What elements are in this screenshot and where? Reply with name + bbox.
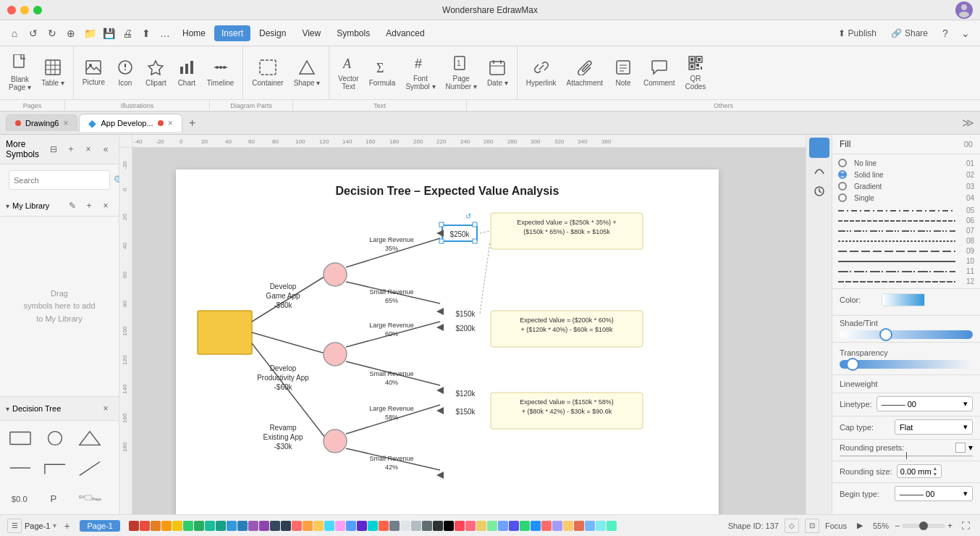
dt-shape-triangle[interactable] (75, 425, 104, 451)
line-panel-btn[interactable] (809, 159, 829, 180)
color-swatch[interactable] (237, 521, 248, 531)
color-swatch[interactable] (281, 521, 291, 531)
color-swatch[interactable] (400, 521, 410, 531)
shape-icon-btn[interactable]: ◇ (785, 519, 799, 533)
doc-tab-drawing6[interactable]: Drawing6 × (6, 114, 77, 131)
shape-button[interactable]: Shape ▾ (290, 56, 325, 90)
transparency-bar[interactable] (840, 360, 973, 369)
color-swatch[interactable] (270, 521, 280, 531)
print-btn[interactable]: 🖨 (119, 25, 136, 42)
redo-btn[interactable]: ↻ (43, 25, 61, 42)
rounding-size-input[interactable]: 0.00 mm ▲ ▼ (897, 464, 942, 478)
zoom-slider[interactable] (902, 524, 945, 528)
dt-shape-money[interactable]: $0.0 (6, 485, 35, 510)
search-input[interactable] (14, 176, 114, 185)
date-button[interactable]: Date ▾ (483, 56, 512, 90)
edit-library-icon[interactable]: ✎ (65, 198, 80, 213)
color-swatch[interactable] (487, 521, 497, 531)
close-active-tab-icon[interactable]: × (168, 118, 173, 128)
more-btn[interactable]: … (156, 25, 174, 42)
radio-gradient[interactable] (838, 182, 847, 190)
dt-shape-circle[interactable] (41, 425, 69, 451)
collapse-left-icon[interactable]: « (98, 142, 113, 156)
line-style-solid[interactable]: Solid line 02 (838, 169, 974, 180)
container-button[interactable]: Container (248, 56, 287, 90)
color-swatch[interactable] (444, 521, 454, 531)
line-type-06[interactable]: 06 (838, 217, 974, 225)
close-panel-icon[interactable]: × (81, 142, 96, 156)
color-swatch[interactable] (411, 521, 421, 531)
color-swatch[interactable] (129, 521, 139, 531)
color-swatch[interactable] (151, 521, 161, 531)
minimize-button[interactable] (20, 6, 29, 14)
line-type-07[interactable]: 07 (838, 227, 974, 235)
color-swatch[interactable] (574, 521, 584, 531)
color-swatch[interactable] (433, 521, 443, 531)
transparency-handle[interactable] (846, 358, 859, 371)
color-swatch[interactable] (368, 521, 378, 531)
font-symbol-button[interactable]: # FontSymbol ▾ (401, 52, 439, 93)
line-style-gradient[interactable]: Gradient 03 (838, 180, 974, 192)
canvas[interactable]: Decision Tree – Expected Value Analysis … (132, 148, 806, 514)
color-swatch[interactable] (183, 521, 193, 531)
menu-symbols[interactable]: Symbols (329, 25, 377, 41)
color-swatch[interactable] (205, 521, 215, 531)
export-btn[interactable]: ⬆ (138, 25, 155, 42)
color-swatch[interactable] (531, 521, 541, 531)
rounding-down-icon[interactable]: ▼ (933, 472, 938, 477)
shade-handle[interactable] (879, 328, 892, 341)
zoom-in-btn[interactable]: + (947, 521, 952, 531)
menu-view[interactable]: View (295, 25, 328, 41)
color-swatch[interactable] (552, 521, 562, 531)
line-style-none[interactable]: No line 01 (838, 157, 974, 169)
screen-fit-icon[interactable]: ⊡ (805, 519, 819, 533)
dt-shape-bentline[interactable] (41, 455, 69, 480)
home-icon-btn[interactable]: ⌂ (6, 25, 23, 42)
color-swatch[interactable] (476, 521, 486, 531)
color-swatch[interactable] (324, 521, 334, 531)
share-button[interactable]: 🔗 Share (885, 25, 934, 41)
fill-panel-btn[interactable] (809, 138, 829, 158)
zoom-out-btn[interactable]: − (895, 521, 900, 531)
color-swatch[interactable] (422, 521, 432, 531)
doc-tab-appdev[interactable]: ◆ App Develop... × (79, 114, 182, 132)
blank-page-button[interactable]: BlankPage ▾ (4, 51, 35, 94)
play-icon[interactable]: ▶ (853, 519, 867, 533)
menu-home[interactable]: Home (175, 25, 213, 41)
chevron-down-icon[interactable]: ⌄ (957, 25, 974, 42)
color-swatch[interactable] (346, 521, 356, 531)
line-type-11[interactable]: 11 (838, 267, 974, 275)
linetype-dropdown[interactable]: ——— 00 ▾ (876, 396, 973, 411)
maximize-button[interactable] (33, 6, 42, 14)
color-swatch[interactable] (455, 521, 465, 531)
dt-shape-rectangle[interactable] (6, 425, 35, 451)
page-dropdown-icon[interactable]: ▾ (53, 522, 56, 529)
color-swatch[interactable] (335, 521, 345, 531)
hyperlink-button[interactable]: Hyperlink (522, 56, 561, 90)
color-swatch[interactable] (541, 521, 552, 531)
color-swatch[interactable] (227, 521, 237, 531)
save-btn[interactable]: 💾 (100, 25, 117, 42)
color-swatch[interactable] (509, 521, 519, 531)
color-swatch[interactable] (259, 521, 269, 531)
clipart-button[interactable]: Clipart (141, 56, 171, 90)
color-swatch[interactable] (292, 521, 302, 531)
collapse-panel-icon[interactable]: ≫ (962, 116, 974, 130)
line-type-08[interactable]: 08 (838, 237, 974, 245)
dt-shape-diagline[interactable] (75, 455, 104, 480)
focus-button[interactable]: Focus (825, 522, 847, 530)
close-button[interactable] (7, 6, 16, 14)
dt-shape-hline[interactable] (6, 455, 35, 480)
close-library-icon[interactable]: × (98, 198, 113, 213)
comment-button[interactable]: Comment (639, 56, 679, 90)
shade-bar[interactable] (840, 330, 973, 339)
captype-dropdown[interactable]: Flat ▾ (895, 419, 973, 435)
line-type-12[interactable]: 12 (838, 277, 974, 285)
color-swatch[interactable] (161, 521, 172, 531)
attachment-button[interactable]: Attachment (562, 56, 607, 90)
begin-type-dropdown[interactable]: ——— 00 ▾ (895, 486, 973, 501)
radio-single[interactable] (838, 193, 847, 202)
search-bar[interactable]: 🔍 ▲ ▼ (9, 170, 110, 190)
color-swatch[interactable] (607, 521, 617, 531)
color-swatch[interactable] (248, 521, 258, 531)
